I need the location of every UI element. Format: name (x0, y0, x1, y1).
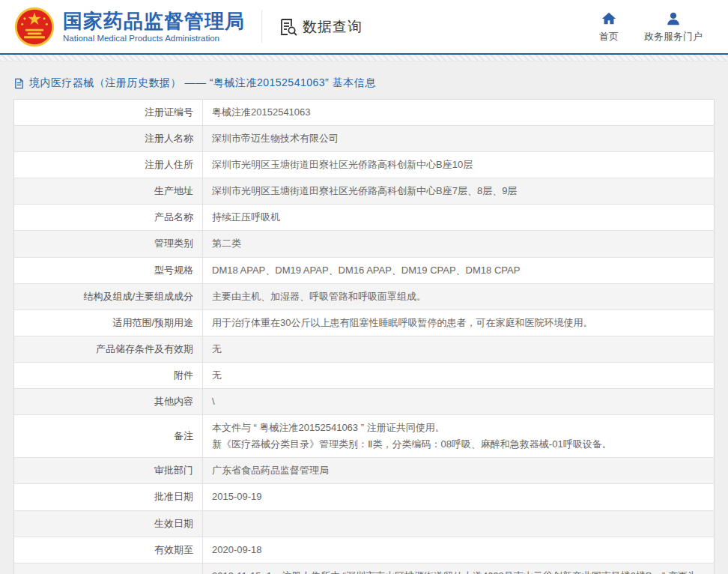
table-row: 批准日期 2015-09-19 (14, 484, 715, 510)
row-label: 有效期至 (14, 537, 203, 563)
row-label-text: 注册证编号 (145, 104, 193, 121)
row-value: 第二类 (203, 231, 715, 257)
row-label-text: 生效日期 (154, 516, 193, 532)
row-value: 无 (203, 362, 715, 388)
org-name-en: National Medical Products Administration (63, 34, 245, 43)
row-label-text: 附件 (174, 367, 193, 384)
row-label-text: 注册人名称 (145, 130, 193, 147)
row-value: 深圳市光明区玉塘街道田寮社区光侨路高科创新中心B座7层、8层、9层 (203, 178, 715, 205)
table-row: 其他内容 \ (14, 389, 715, 415)
table-row: 注册证编号 粤械注准20152541063 (14, 100, 715, 126)
row-label-text: 批准日期 (154, 489, 193, 505)
table-row: 备注 本文件与 “ 粤械注准20152541063 ” 注册证共同使用。 新《医… (14, 415, 715, 458)
table-row: 注册人住所 深圳市光明区玉塘街道田寮社区光侨路高科创新中心B座10层 (14, 152, 715, 178)
row-label-text: 产品储存条件及有效期 (96, 341, 193, 357)
row-label: 注册证编号 (14, 100, 203, 126)
table-row: 变更情况 2019-11-15: 1、注册人住所由 “深圳市南山区桃源街道留仙大… (14, 563, 715, 574)
row-value: 用于治疗体重在30公斤以上患有阻塞性睡眠呼吸暂停的患者，可在家庭和医院环境使用。 (203, 309, 715, 336)
row-label-text: 生产地址 (154, 183, 193, 199)
table-row: 注册人名称 深圳市帝迈生物技术有限公司 (14, 126, 715, 152)
row-label: 注册人名称 (14, 126, 203, 152)
row-value: 深圳市光明区玉塘街道田寮社区光侨路高科创新中心B座10层 (203, 152, 715, 178)
row-label: 变更情况 (14, 563, 203, 574)
page-title-bar: 境内医疗器械（注册历史数据） —— “粤械注准20152541063” 基本信息 (13, 72, 715, 99)
table-row: 产品名称 持续正压呼吸机 (14, 205, 715, 231)
header-hatch-divider (0, 55, 728, 61)
user-icon (665, 10, 682, 27)
row-label-text: 备注 (174, 428, 193, 444)
table-row: 适用范围/预期用途 用于治疗体重在30公斤以上患有阻塞性睡眠呼吸暂停的患者，可在… (14, 309, 715, 336)
table-body: 注册证编号 粤械注准20152541063 注册人名称 深圳市帝迈生物技术有限公… (14, 100, 715, 574)
row-label: 结构及组成/主要组成成分 (14, 283, 203, 309)
page-title: 境内医疗器械（注册历史数据） —— “粤械注准20152541063” 基本信息 (29, 76, 376, 90)
org-name-cn: 国家药品监督管理局 (63, 10, 245, 32)
row-value: \ (203, 389, 715, 415)
page: { "header": { "org_name_cn": "国家药品监督管理局"… (0, 0, 728, 574)
row-value: 2020-09-18 (203, 537, 715, 563)
row-label: 管理类别 (14, 231, 203, 257)
row-label: 批准日期 (14, 484, 203, 510)
row-value (203, 510, 715, 537)
row-value: DM18 APAP、DM19 APAP、DM16 APAP、DM19 CPAP、… (203, 257, 715, 283)
document-icon (13, 78, 25, 89)
row-value: 粤械注准20152541063 (203, 100, 715, 126)
table-row: 审批部门 广东省食品药品监督管理局 (14, 458, 715, 484)
document-search-icon (279, 17, 298, 37)
row-label: 产品名称 (14, 205, 203, 231)
table-row: 型号规格 DM18 APAP、DM19 APAP、DM16 APAP、DM19 … (14, 257, 715, 283)
row-label: 注册人住所 (14, 152, 203, 178)
row-value: 2019-11-15: 1、注册人住所由 “深圳市南山区桃源街道留仙大道4093… (203, 563, 715, 574)
row-value: 持续正压呼吸机 (203, 205, 715, 231)
nav-item-gov-portal[interactable]: 政务服务门户 (644, 10, 703, 43)
data-query-section: 数据查询 (279, 17, 363, 37)
row-label-text: 结构及组成/主要组成成分 (83, 288, 193, 305)
row-label-text: 审批部门 (154, 462, 193, 479)
row-label-text: 有效期至 (154, 542, 193, 558)
row-label: 备注 (14, 415, 203, 458)
row-value: 广东省食品药品监督管理局 (203, 458, 715, 484)
row-value: 深圳市帝迈生物技术有限公司 (203, 126, 715, 152)
row-label-text: 注册人住所 (145, 157, 193, 173)
table-row: 附件 无 (14, 362, 715, 388)
row-value: 本文件与 “ 粤械注准20152541063 ” 注册证共同使用。 新《医疗器械… (203, 415, 715, 458)
row-label: 附件 (14, 362, 203, 388)
site-header: 国家药品监督管理局 National Medical Products Admi… (0, 0, 728, 55)
nav-label-home: 首页 (599, 30, 619, 43)
row-label: 型号规格 (14, 257, 203, 283)
row-value: 主要由主机、加湿器、呼吸管路和呼吸面罩组成。 (203, 283, 715, 309)
row-label: 适用范围/预期用途 (14, 309, 203, 336)
nav-item-home[interactable]: 首页 (599, 10, 619, 43)
table-row: 管理类别 第二类 (14, 231, 715, 257)
national-emblem-logo (13, 6, 55, 48)
row-value: 无 (203, 336, 715, 362)
row-value: 2015-09-19 (203, 484, 715, 510)
row-label-text: 产品名称 (154, 209, 193, 226)
header-nav: 首页 政务服务门户 (599, 10, 703, 43)
row-label-text: 型号规格 (154, 262, 193, 279)
table-row: 结构及组成/主要组成成分 主要由主机、加湿器、呼吸管路和呼吸面罩组成。 (14, 283, 715, 309)
main-content: 境内医疗器械（注册历史数据） —— “粤械注准20152541063” 基本信息… (0, 61, 728, 574)
table-row: 有效期至 2020-09-18 (14, 537, 715, 563)
table-row: 生产地址 深圳市光明区玉塘街道田寮社区光侨路高科创新中心B座7层、8层、9层 (14, 178, 715, 205)
row-label: 生效日期 (14, 510, 203, 537)
row-label-text: 适用范围/预期用途 (112, 315, 193, 331)
row-label: 其他内容 (14, 389, 203, 415)
table-row: 产品储存条件及有效期 无 (14, 336, 715, 362)
row-label-text: 其他内容 (154, 393, 193, 410)
nav-label-gov-portal: 政务服务门户 (644, 30, 703, 43)
row-label: 审批部门 (14, 458, 203, 484)
row-label-text: 管理类别 (154, 235, 193, 252)
row-label: 生产地址 (14, 178, 203, 205)
device-info-table: 注册证编号 粤械注准20152541063 注册人名称 深圳市帝迈生物技术有限公… (13, 99, 715, 574)
section-title: 数据查询 (303, 17, 363, 37)
home-icon (601, 10, 617, 27)
row-label: 产品储存条件及有效期 (14, 336, 203, 362)
table-row: 生效日期 (14, 510, 715, 537)
org-title-block: 国家药品监督管理局 National Medical Products Admi… (63, 10, 262, 43)
